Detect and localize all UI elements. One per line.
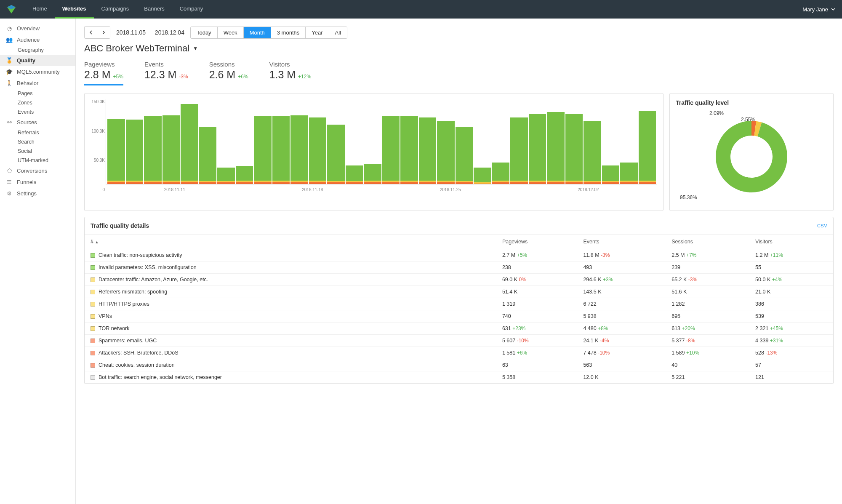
col-sessions[interactable]: Sessions (666, 235, 749, 249)
table-row[interactable]: VPNs7405 938695539 (85, 310, 833, 323)
col-[interactable]: # ▲ (85, 235, 496, 249)
period-week[interactable]: Week (218, 27, 244, 38)
donut-yellow-label: 2.55% (741, 117, 755, 123)
gauge-icon: ◔ (6, 25, 13, 32)
bar[interactable] (584, 99, 601, 184)
cap-icon: 🎓 (6, 69, 13, 75)
col-visitors[interactable]: Visitors (749, 235, 833, 249)
period-3-months[interactable]: 3 months (271, 27, 306, 38)
bar[interactable] (474, 99, 491, 184)
bar[interactable] (309, 99, 327, 184)
bar[interactable] (327, 99, 345, 184)
sidebar-item-audience[interactable]: 👥Audience (0, 34, 75, 45)
metric-pageviews[interactable]: Pageviews2.8 M +5% (84, 61, 123, 85)
sidebar-sub-geography[interactable]: Geography (0, 45, 75, 55)
bar[interactable] (382, 99, 400, 184)
metrics-row: Pageviews2.8 M +5%Events12.3 M -3%Sessio… (84, 61, 834, 85)
period-tabs: TodayWeekMonth3 monthsYearAll (190, 27, 347, 39)
sidebar-sub-zones[interactable]: Zones (0, 98, 75, 107)
table-row[interactable]: Referrers mismatch: spoofing51.4 K143.5 … (85, 286, 833, 298)
prev-button[interactable] (85, 27, 97, 38)
walk-icon: 🚶 (6, 80, 13, 86)
topnav-home[interactable]: Home (25, 0, 55, 19)
bar[interactable] (346, 99, 363, 184)
period-all[interactable]: All (329, 27, 347, 38)
bar[interactable] (217, 99, 235, 184)
bar[interactable] (236, 99, 253, 184)
sidebar-item-overview[interactable]: ◔Overview (0, 23, 75, 34)
bar[interactable] (107, 99, 125, 184)
bar[interactable] (254, 99, 272, 184)
sidebar-sub-search[interactable]: Search (0, 137, 75, 147)
swatch-icon (91, 363, 95, 368)
col-pageviews[interactable]: Pageviews (496, 235, 578, 249)
bar[interactable] (565, 99, 583, 184)
bar[interactable] (492, 99, 510, 184)
period-month[interactable]: Month (244, 27, 271, 38)
table-row[interactable]: Datacenter traffic: Amazon, Azure, Googl… (85, 274, 833, 286)
bar[interactable] (144, 99, 162, 184)
metric-sessions[interactable]: Sessions2.6 M +6% (209, 61, 248, 85)
swatch-icon (91, 277, 95, 282)
period-today[interactable]: Today (191, 27, 218, 38)
col-events[interactable]: Events (577, 235, 666, 249)
bar-chart: 150.0K100.0K50.0K0 2018.11.112018.11.182… (106, 99, 657, 192)
topnav-campaigns[interactable]: Campaigns (94, 0, 137, 19)
sidebar-item-settings[interactable]: ⚙Settings (0, 188, 75, 199)
table-row[interactable]: Cheat: cookies, session duration63563405… (85, 359, 833, 371)
bar[interactable] (639, 99, 656, 184)
swatch-icon (91, 314, 95, 319)
bar[interactable] (400, 99, 418, 184)
site-selector[interactable]: ABC Broker WebTerminal ▼ (84, 43, 834, 54)
bar[interactable] (547, 99, 565, 184)
bar[interactable] (163, 99, 180, 184)
sidebar-sub-utm-marked[interactable]: UTM-marked (0, 156, 75, 165)
details-table: # ▲PageviewsEventsSessionsVisitors Clean… (85, 235, 833, 384)
table-row[interactable]: Spammers: emails, UGC5 607 -10%24.1 K -4… (85, 335, 833, 347)
table-row[interactable]: Clean traffic: non-suspicious activity2.… (85, 249, 833, 261)
sidebar-sub-referrals[interactable]: Referrals (0, 128, 75, 137)
sidebar-item-behavior[interactable]: 🚶Behavior (0, 77, 75, 89)
bar[interactable] (181, 99, 198, 184)
bar[interactable] (126, 99, 144, 184)
bar[interactable] (199, 99, 217, 184)
share-icon: ⚯ (6, 119, 13, 125)
sidebar-item-conversions[interactable]: ⬠Conversions (0, 165, 75, 176)
bar[interactable] (602, 99, 620, 184)
bar[interactable] (419, 99, 437, 184)
date-range[interactable]: 2018.11.05 — 2018.12.04 (116, 29, 184, 36)
bar[interactable] (290, 99, 308, 184)
topnav-websites[interactable]: Websites (55, 0, 94, 19)
sidebar-item-sources[interactable]: ⚯Sources (0, 117, 75, 128)
sidebar-item-funnels[interactable]: ☰Funnels (0, 176, 75, 188)
sidebar-sub-social[interactable]: Social (0, 147, 75, 156)
metric-events[interactable]: Events12.3 M -3% (144, 61, 188, 85)
bar[interactable] (510, 99, 528, 184)
metric-visitors[interactable]: Visitors1.3 M +12% (269, 61, 312, 85)
topnav-banners[interactable]: Banners (136, 0, 172, 19)
topnav-company[interactable]: Company (172, 0, 211, 19)
sidebar-sub-pages[interactable]: Pages (0, 89, 75, 98)
csv-export[interactable]: CSV (817, 223, 827, 228)
table-row[interactable]: TOR network631 +23%4 480 +8%613 +20%2 32… (85, 323, 833, 335)
swatch-icon (91, 302, 95, 307)
controls-bar: 2018.11.05 — 2018.12.04 TodayWeekMonth3 … (84, 26, 834, 39)
bar[interactable] (272, 99, 290, 184)
bar[interactable] (620, 99, 638, 184)
bar[interactable] (456, 99, 473, 184)
table-row[interactable]: HTTP/HTTPS proxies1 3196 7221 282386 (85, 298, 833, 310)
table-row[interactable]: Bot traffic: search engine, social netwo… (85, 371, 833, 384)
sidebar-item-mql5-community[interactable]: 🎓MQL5.community (0, 66, 75, 77)
table-row[interactable]: Attackers: SSH, Bruteforce, DDoS1 581 +6… (85, 347, 833, 359)
sidebar-sub-events[interactable]: Events (0, 107, 75, 117)
table-row[interactable]: Invalid parameters: XSS, misconfiguratio… (85, 261, 833, 274)
period-year[interactable]: Year (306, 27, 329, 38)
sidebar-item-quality[interactable]: 🏅Quality (0, 55, 75, 66)
chevron-left-icon (89, 30, 93, 35)
bar[interactable] (364, 99, 381, 184)
user-menu[interactable]: Mary Jane (802, 6, 836, 13)
bar[interactable] (529, 99, 546, 184)
user-name: Mary Jane (802, 6, 828, 13)
bar[interactable] (437, 99, 455, 184)
next-button[interactable] (97, 27, 110, 38)
